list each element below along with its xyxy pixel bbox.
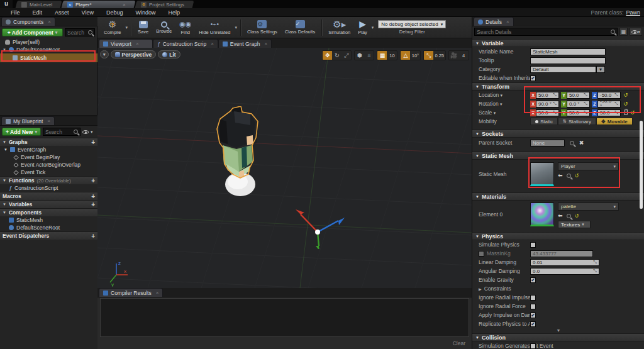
perspective-button[interactable]: Perspective	[111, 50, 157, 58]
clear-button[interactable]: Clear	[453, 340, 465, 346]
event-dispatchers-section-header[interactable]: Event Dispatchers +	[0, 231, 97, 240]
tab-mainlevel[interactable]: MainLevel	[16, 1, 62, 8]
scale-snap-value[interactable]: 0.25	[433, 51, 445, 60]
simulate-physics-checkbox[interactable]	[530, 242, 536, 248]
location-z-input[interactable]: -50.0⤡	[597, 92, 621, 99]
socket-search-icon[interactable]	[570, 141, 574, 145]
event-tick-item[interactable]: Event Tick	[0, 169, 97, 176]
display-filter-eye-icon[interactable]: ▾	[630, 28, 642, 36]
material-dropdown[interactable]: palette▾	[558, 202, 619, 211]
use-selected-icon[interactable]: ⬅	[558, 213, 563, 219]
category-dropdown[interactable]: Default	[530, 66, 596, 73]
close-icon[interactable]: ×	[123, 2, 126, 8]
static-mesh-section-header[interactable]: ▼Static Mesh	[472, 152, 644, 160]
apply-impulse-checkbox[interactable]: ✔	[530, 313, 536, 318]
viewport-tab[interactable]: Viewport ×	[99, 39, 153, 48]
menu-file[interactable]: File	[5, 9, 26, 16]
my-blueprint-tab[interactable]: My Blueprint ×	[1, 116, 55, 125]
menu-edit[interactable]: Edit	[27, 9, 48, 16]
play-button[interactable]: ▶ Play	[354, 18, 371, 38]
add-graph-button[interactable]: +	[91, 139, 95, 146]
close-icon[interactable]: ×	[265, 41, 268, 47]
rotation-snap-toggle[interactable]: △	[401, 51, 410, 60]
grid-snap-value[interactable]: 10	[387, 51, 397, 60]
mobility-stationary-button[interactable]: ⇅Stationary	[558, 118, 596, 125]
compiler-results-tab[interactable]: Compiler Results ×	[99, 288, 163, 297]
parent-socket-value[interactable]: None	[530, 140, 565, 147]
expand-arrow-icon[interactable]: ▼	[3, 48, 6, 52]
category-dropdown-caret[interactable]: ▾	[596, 66, 605, 73]
add-component-button[interactable]: + Add Component▾	[2, 28, 63, 36]
grid-snap-toggle[interactable]: ▦	[377, 51, 387, 60]
surface-snap-button[interactable]: ⌗	[364, 51, 374, 60]
menu-help[interactable]: Help	[162, 9, 186, 16]
tooltip-input[interactable]	[530, 57, 606, 64]
view-options-caret[interactable]: ▾	[91, 130, 93, 135]
components-tab[interactable]: Components ×	[1, 17, 55, 26]
rotation-z-input[interactable]: -90.0 °⤡	[597, 101, 621, 108]
close-icon[interactable]: ×	[48, 19, 51, 25]
static-mesh-dropdown[interactable]: Player▾	[558, 162, 619, 170]
compile-button[interactable]: ⚙? Compile	[100, 18, 125, 38]
class-defaults-button[interactable]: ✓ Class Defaults	[281, 18, 319, 38]
linear-damping-input[interactable]: 0.01⤡	[530, 259, 599, 266]
replicate-physics-checkbox[interactable]: ✔	[530, 321, 536, 327]
rotation-snap-value[interactable]: 10°	[410, 51, 420, 60]
close-icon[interactable]: ×	[47, 118, 50, 124]
constraints-row[interactable]: ▶ Constraints	[472, 284, 644, 293]
player-character-mesh[interactable]	[214, 106, 274, 201]
details-search-input[interactable]	[474, 28, 618, 36]
add-variable-button[interactable]: +	[91, 201, 95, 208]
details-tab[interactable]: Details ×	[474, 17, 514, 26]
socket-clear-icon[interactable]: ✖	[579, 140, 584, 146]
mobility-static-button[interactable]: Static	[530, 118, 558, 125]
find-button[interactable]: ◉◉ Find	[175, 18, 195, 38]
menu-view[interactable]: View	[76, 9, 99, 16]
hit-event-checkbox[interactable]	[530, 343, 536, 349]
components-search-input[interactable]	[65, 28, 95, 36]
menu-asset[interactable]: Asset	[49, 9, 75, 16]
tree-item-player-self[interactable]: Player(self)	[0, 38, 97, 46]
world-coordinate-button[interactable]: ⬢	[355, 51, 364, 60]
enable-gravity-checkbox[interactable]: ✔	[530, 277, 536, 283]
location-y-input[interactable]: 50.0⤡	[567, 92, 590, 99]
use-selected-icon[interactable]: ⬅	[558, 172, 563, 179]
reset-location-icon[interactable]: ↺	[623, 92, 628, 98]
close-icon[interactable]: ×	[156, 290, 159, 296]
rotation-y-input[interactable]: 0.0 °⤡	[567, 101, 590, 108]
hide-unrelated-button[interactable]: •⌁• Hide Unrelated	[195, 18, 234, 38]
tree-item-defaultsceneroot[interactable]: ▼ DefaultSceneRoot	[0, 46, 97, 53]
functions-section-header[interactable]: ▼Functions (20 Overridable) +	[0, 176, 97, 184]
hide-unrelated-caret[interactable]: ▾	[235, 25, 237, 30]
view-options-eye-icon[interactable]	[82, 130, 89, 134]
materials-section-header[interactable]: ▼Materials	[472, 192, 644, 201]
event-actorbeginoverlap-item[interactable]: Event ActorBeginOverlap	[0, 161, 97, 169]
construction-script-tab[interactable]: ƒ Construction Scrip ×	[153, 39, 218, 48]
components-section-header[interactable]: ▼Components	[0, 208, 97, 216]
add-function-button[interactable]: +	[91, 177, 95, 184]
defaultsceneroot-variable-item[interactable]: DefaultSceneRoot	[0, 224, 97, 231]
scale-y-input[interactable]: 50.0⤡	[567, 109, 590, 116]
scale-mode-button[interactable]: ⤢	[341, 51, 351, 60]
variable-name-input[interactable]: StaticMesh	[530, 48, 606, 55]
rotation-x-input[interactable]: 90.0 °⤡	[536, 101, 559, 108]
textures-button[interactable]: Textures▾	[558, 221, 591, 228]
variable-section-header[interactable]: ▼Variable	[472, 39, 644, 47]
compile-options-caret[interactable]: ▾	[126, 25, 128, 30]
mobility-movable-button[interactable]: ✥Movable	[596, 118, 633, 125]
physics-section-header[interactable]: ▼Physics	[472, 232, 644, 240]
lit-button[interactable]: Lit	[158, 50, 180, 58]
menu-debug[interactable]: Debug	[101, 9, 129, 16]
angular-damping-input[interactable]: 0.0⤡	[530, 268, 599, 275]
material-thumbnail[interactable]	[530, 202, 554, 226]
camera-speed-value[interactable]: 4	[458, 51, 469, 60]
transform-section-header[interactable]: ▼Transform	[472, 82, 644, 91]
lock-scale-icon[interactable]	[624, 111, 628, 115]
static-mesh-thumbnail[interactable]	[530, 162, 554, 186]
staticmesh-variable-item[interactable]: StaticMesh	[0, 216, 97, 224]
details-scrollbar[interactable]	[640, 121, 643, 209]
eventgraph-item[interactable]: ▼ EventGraph	[0, 146, 97, 153]
event-beginplay-item[interactable]: Event BeginPlay	[0, 153, 97, 161]
menu-window[interactable]: Window	[130, 9, 161, 16]
browse-to-asset-icon[interactable]	[567, 174, 571, 178]
